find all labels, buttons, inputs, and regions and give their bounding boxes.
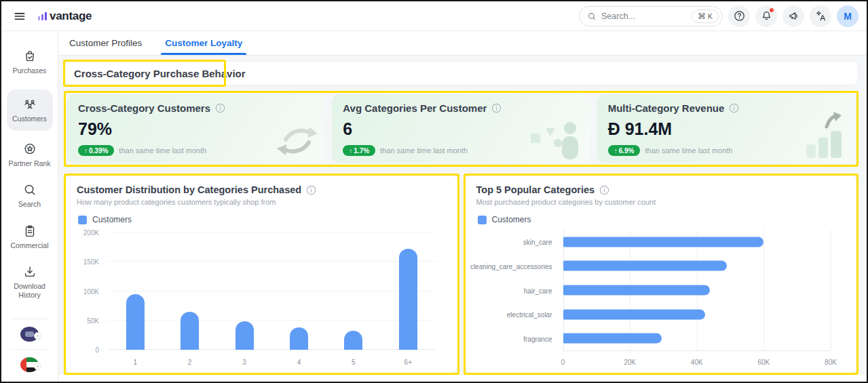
- x-axis: 020K40K60K80K: [563, 357, 831, 366]
- announcements-button[interactable]: [782, 5, 804, 27]
- bar-cleaning_care_accessories[interactable]: [563, 261, 728, 271]
- x-axis-tick-label: 0: [561, 359, 565, 366]
- bar-2[interactable]: [181, 312, 199, 350]
- hamburger-icon: [13, 9, 26, 23]
- x-axis-tick-label: 40K: [691, 359, 703, 366]
- logo-text: vantage: [50, 9, 92, 23]
- x-axis-tick-label: 6+: [381, 354, 435, 367]
- org-logo-icon: [25, 331, 34, 337]
- charts-row: Customer Distribution by Categories Purc…: [64, 174, 858, 375]
- category-label-fragrance: fragrance: [523, 336, 552, 343]
- legend-label: Customers: [92, 215, 132, 224]
- bar-column-6+: [381, 233, 435, 350]
- org-switcher[interactable]: ›: [20, 327, 39, 342]
- category-label-hair_care: hair_care: [524, 287, 552, 294]
- bar-electrical_solar[interactable]: [563, 309, 706, 319]
- category-label-cleaning_care_accessories: cleaning_care_accessories: [470, 262, 552, 270]
- search-nav-icon: [22, 182, 37, 197]
- x-axis-tick-label: 1: [108, 354, 162, 367]
- country-switcher[interactable]: ›: [20, 357, 39, 372]
- sidebar-item-purchases[interactable]: Purchases: [7, 49, 53, 75]
- category-label-skin_care: skin_care: [523, 238, 552, 245]
- info-icon[interactable]: [729, 103, 739, 113]
- vertical-bar-chart: 050K100K150K200K123456+: [77, 226, 447, 367]
- sidebar-item-download-history[interactable]: Download History: [7, 264, 53, 300]
- delta-badge: ↑6.9%: [608, 145, 641, 156]
- sidebar-item-partner-rank[interactable]: Partner Rank: [7, 142, 53, 168]
- partner-rank-icon: [22, 142, 37, 157]
- info-icon[interactable]: [306, 185, 316, 195]
- menu-button[interactable]: [8, 5, 31, 28]
- sidebar-item-label: Search: [18, 200, 41, 209]
- info-icon[interactable]: [599, 185, 609, 195]
- y-axis-tick-label: 100K: [83, 287, 99, 295]
- topbar-left: vantage: [8, 5, 92, 28]
- compare-text: than same time last month: [645, 146, 732, 155]
- kpi-title: Avg Categories Per Customer: [343, 102, 487, 114]
- section-titlebar: Cross-Category Purchase Behavior: [64, 61, 858, 85]
- kpi-title: Cross-Category Customers: [78, 102, 210, 114]
- bar-hair_care[interactable]: [563, 285, 711, 296]
- highlight-box-distribution-chart: Customer Distribution by Categories Purc…: [64, 174, 459, 375]
- bar-column-5: [326, 233, 381, 350]
- translate-button[interactable]: [810, 5, 831, 27]
- command-key-icon: ⌘: [698, 12, 706, 21]
- x-axis-tick-label: 5: [326, 354, 381, 367]
- bar-5[interactable]: [344, 331, 362, 350]
- bar-3[interactable]: [235, 321, 254, 350]
- chart-plot-area: [108, 233, 436, 350]
- sidebar-item-label: Purchases: [13, 66, 47, 75]
- sidebar-item-customers[interactable]: Customers: [7, 89, 53, 131]
- global-search[interactable]: ⌘ K: [579, 6, 723, 26]
- bar-6+[interactable]: [399, 249, 417, 350]
- kpi-value: 6: [343, 119, 579, 139]
- info-icon[interactable]: [215, 103, 225, 113]
- help-icon: [733, 9, 746, 22]
- chevron-right-icon: ›: [34, 332, 41, 340]
- user-avatar[interactable]: M: [837, 5, 858, 27]
- kpi-title: Multi-Category Revenue: [608, 102, 725, 114]
- bar-skin_care[interactable]: [563, 237, 764, 247]
- tab-customer-profiles[interactable]: Customer Profiles: [67, 31, 145, 55]
- grid-line: [831, 230, 831, 350]
- sidebar-item-label: Customers: [12, 115, 47, 123]
- info-icon[interactable]: [491, 103, 502, 113]
- sidebar-item-commercial[interactable]: Commercial: [7, 224, 53, 250]
- notifications-button[interactable]: [755, 5, 777, 27]
- sidebar-divider: [11, 319, 49, 319]
- search-input[interactable]: [601, 12, 687, 21]
- section-title: Cross-Category Purchase Behavior: [74, 68, 246, 79]
- download-icon: [22, 264, 37, 279]
- horizontal-bar-chart: skin_carecleaning_care_accessorieshair_c…: [476, 226, 846, 367]
- topbar-right: ⌘ K: [579, 5, 858, 27]
- chart-plot-area: [563, 230, 831, 351]
- help-button[interactable]: [728, 5, 750, 27]
- bar-column-4: [271, 233, 326, 350]
- bar-1[interactable]: [126, 294, 145, 350]
- chart-title: Customer Distribution by Categories Purc…: [77, 184, 301, 195]
- y-axis-tick-label: 50K: [87, 317, 99, 324]
- legend: Customers: [78, 215, 447, 224]
- main-area: Customer Profiles Customer Loyalty Cross…: [58, 31, 867, 382]
- legend-label: Customers: [492, 215, 531, 224]
- vantage-logo[interactable]: vantage: [38, 9, 92, 23]
- chart-title: Top 5 Popular Categories: [476, 184, 595, 195]
- sidebar-item-search[interactable]: Search: [7, 182, 53, 209]
- distribution-chart-card: Customer Distribution by Categories Purc…: [66, 176, 457, 373]
- legend: Customers: [478, 215, 846, 224]
- y-axis-tick-label: 0: [95, 346, 99, 354]
- highlight-box-kpis: Cross-Category Customers 79% ↑0.39% than…: [64, 91, 858, 167]
- bar-column-1: [108, 233, 162, 350]
- highlight-box-top-categories-chart: Top 5 Popular Categories Most purchased …: [464, 174, 859, 375]
- x-axis-tick-label: 60K: [757, 359, 770, 366]
- bar-4[interactable]: [290, 327, 308, 350]
- delta-badge: ↑0.39%: [78, 145, 114, 156]
- kpi-value: Đ 91.4M: [608, 119, 844, 139]
- legend-swatch-customers: [478, 216, 487, 224]
- shortcut-badge: ⌘ K: [692, 9, 719, 23]
- tab-customer-loyalty[interactable]: Customer Loyalty: [162, 31, 245, 55]
- translate-icon: [814, 9, 827, 22]
- megaphone-icon: [787, 9, 800, 22]
- tab-bar: Customer Profiles Customer Loyalty: [58, 31, 867, 56]
- bar-fragrance[interactable]: [563, 334, 662, 344]
